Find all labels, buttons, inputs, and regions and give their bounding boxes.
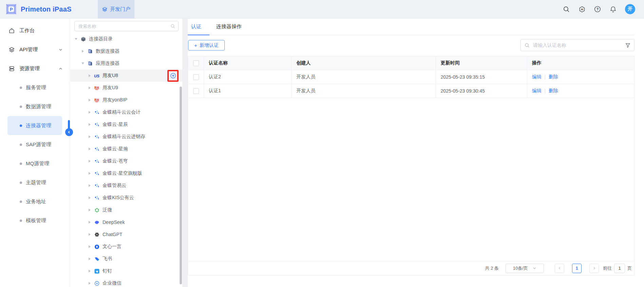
- caret-right-icon[interactable]: [88, 135, 92, 139]
- tree-node[interactable]: 金蝶精斗云云会计: [70, 106, 182, 118]
- sidebar-collapse-button[interactable]: [65, 128, 73, 136]
- search-icon[interactable]: [563, 5, 570, 13]
- caret-right-icon[interactable]: [88, 257, 92, 261]
- caret-right-icon[interactable]: [88, 281, 92, 285]
- sidebar-subitem[interactable]: SAP源管理: [7, 135, 62, 154]
- sidebar-item[interactable]: API管理: [0, 40, 70, 59]
- caret-right-icon[interactable]: [88, 208, 92, 212]
- wenxin-icon: [94, 244, 100, 250]
- chevron-down-icon: [58, 47, 63, 52]
- help-icon[interactable]: ?: [594, 5, 601, 13]
- top-bar: P Primeton iPaaS 开发门户 AI ?: [0, 0, 644, 19]
- annotation-highlight-box: [167, 70, 179, 82]
- sidebar-item[interactable]: 工作台: [0, 21, 70, 40]
- tab-auth[interactable]: 认证: [191, 23, 201, 35]
- delete-link[interactable]: 删除: [549, 74, 558, 80]
- notifications-bell-icon[interactable]: [609, 5, 617, 13]
- tree-node[interactable]: ChatGPT: [70, 228, 182, 241]
- ai-assistant-icon[interactable]: AI: [578, 5, 586, 13]
- caret-right-icon[interactable]: [88, 159, 92, 163]
- tree-node[interactable]: 金蝶云·星瀚: [70, 143, 182, 155]
- tree-node[interactable]: 金蝶云·苍穹: [70, 155, 182, 167]
- sidebar-subitem[interactable]: 业务地址: [7, 192, 62, 211]
- doc-icon: [87, 49, 93, 54]
- row-checkbox[interactable]: [193, 88, 199, 94]
- edit-link[interactable]: 编辑: [532, 88, 541, 94]
- tree-node[interactable]: 金蝶云·星空旗舰版: [70, 167, 182, 179]
- tree-node[interactable]: 连接器目录: [70, 33, 182, 45]
- auth-search-input[interactable]: [532, 42, 623, 48]
- caret-right-icon[interactable]: [88, 74, 92, 78]
- caret-right-icon[interactable]: [88, 122, 92, 127]
- tree-node-label: 文心一言: [103, 244, 122, 250]
- caret-right-icon[interactable]: [88, 171, 92, 175]
- sidebar-subitem[interactable]: 服务管理: [7, 78, 62, 97]
- sidebar-item[interactable]: 资源管理: [0, 59, 70, 78]
- cell-updated: 2025-05-23 09:30:45: [436, 84, 527, 98]
- add-connector-auth-button[interactable]: [170, 73, 176, 79]
- svg-text:US: US: [94, 74, 99, 78]
- tree-node[interactable]: 文心一言: [70, 241, 182, 253]
- tree-search-input[interactable]: [78, 23, 170, 29]
- delete-link[interactable]: 删除: [549, 88, 558, 94]
- caret-right-icon[interactable]: [88, 269, 92, 273]
- search-icon[interactable]: [170, 24, 175, 28]
- goto-page-input[interactable]: 1: [614, 264, 625, 273]
- tree-node[interactable]: US用友U8: [70, 70, 182, 82]
- caret-right-icon[interactable]: [88, 220, 92, 224]
- portal-tab[interactable]: 开发门户: [98, 0, 134, 18]
- connector-tree-panel: 连接器目录数据连接器应用连接器US用友U8用友用友U9用友用友yonBIP金蝶精…: [70, 19, 182, 287]
- tree-node[interactable]: 应用连接器: [70, 57, 182, 70]
- goto-page-value: 1: [618, 266, 621, 271]
- caret-down-icon[interactable]: [81, 61, 85, 65]
- tree-node-label: 用友yonBIP: [103, 97, 127, 103]
- user-avatar[interactable]: 开: [625, 4, 635, 14]
- tab-connector-actions[interactable]: 连接器操作: [216, 23, 242, 35]
- caret-right-icon[interactable]: [88, 98, 92, 102]
- caret-right-icon[interactable]: [88, 86, 92, 90]
- sidebar-subitem[interactable]: 主题管理: [7, 173, 62, 192]
- prev-page-button[interactable]: [555, 264, 564, 273]
- filter-funnel-icon[interactable]: [625, 43, 630, 48]
- tree-node[interactable]: 金蝶KIS公有云: [70, 192, 182, 204]
- tree-node[interactable]: 金蝶云·星辰: [70, 118, 182, 131]
- topbar-actions: AI ? 开: [563, 0, 635, 18]
- svg-text:用友: 用友: [94, 86, 99, 89]
- caret-right-icon[interactable]: [88, 147, 92, 151]
- sidebar-subitem[interactable]: MQ源管理: [7, 154, 62, 173]
- caret-right-icon[interactable]: [88, 184, 92, 188]
- tree-node[interactable]: 数据连接器: [70, 45, 182, 57]
- caret-right-icon[interactable]: [88, 110, 92, 114]
- page-1-button[interactable]: 1: [572, 264, 582, 273]
- tree-node[interactable]: DeepSeek: [70, 216, 182, 228]
- caret-down-icon[interactable]: [74, 37, 78, 41]
- edit-link[interactable]: 编辑: [532, 74, 541, 80]
- portal-tab-label: 开发门户: [110, 6, 130, 13]
- tree-node[interactable]: 飞书: [70, 253, 182, 265]
- tree-node[interactable]: 企业微信: [70, 277, 182, 287]
- kingdee-icon: [94, 122, 100, 128]
- tree-node[interactable]: 用友用友U9: [70, 82, 182, 94]
- api-layers-icon: [8, 46, 15, 53]
- tree-node[interactable]: 金蝶管易云: [70, 179, 182, 192]
- tree-node[interactable]: 钉钉: [70, 265, 182, 277]
- sidebar-subitem[interactable]: 数据源管理: [7, 97, 62, 116]
- tree-node[interactable]: 用友用友yonBIP: [70, 94, 182, 106]
- tree-node[interactable]: 金蝶精斗云云进销存: [70, 131, 182, 143]
- caret-right-icon[interactable]: [81, 49, 85, 53]
- sidebar-subitem[interactable]: 模板管理: [7, 211, 62, 230]
- table-header: 认证名称创建人更新时间操作: [188, 56, 634, 70]
- tree-node-label: 金蝶云·星瀚: [103, 146, 128, 152]
- select-all-checkbox[interactable]: [193, 60, 199, 66]
- tree-node[interactable]: 泛微: [70, 204, 182, 216]
- row-checkbox[interactable]: [193, 74, 199, 80]
- page-size-select[interactable]: 10条/页: [505, 264, 544, 273]
- next-page-button[interactable]: [589, 264, 599, 273]
- tree-scrollbar[interactable]: [180, 87, 182, 284]
- add-auth-button[interactable]: + 新增认证: [188, 40, 225, 51]
- tree-node-label: ChatGPT: [103, 232, 122, 237]
- caret-right-icon[interactable]: [88, 196, 92, 200]
- caret-right-icon[interactable]: [88, 245, 92, 249]
- caret-right-icon[interactable]: [88, 232, 92, 236]
- sidebar-subitem[interactable]: 连接器管理: [7, 116, 62, 135]
